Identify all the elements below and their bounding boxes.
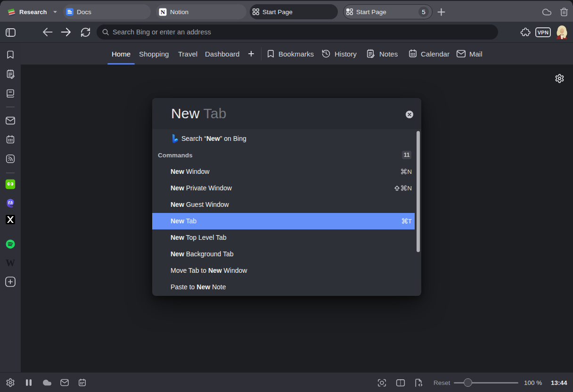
svg-text:N: N (161, 8, 165, 16)
